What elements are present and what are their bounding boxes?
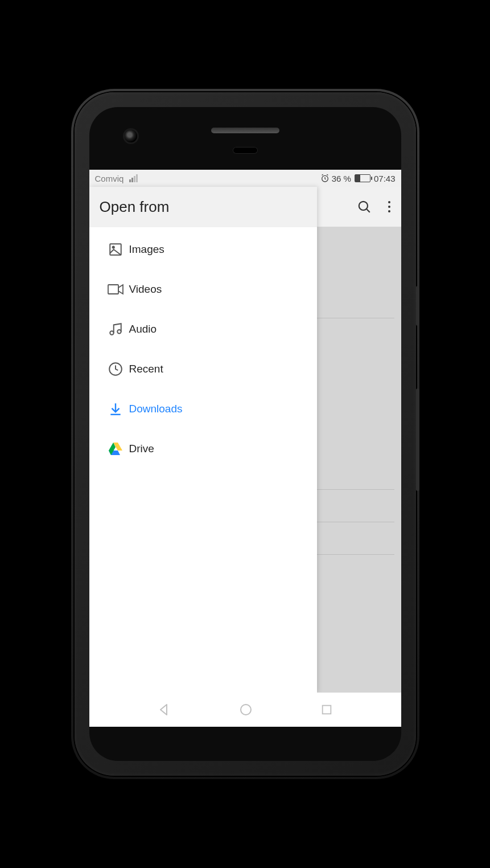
svg-point-11	[241, 705, 251, 715]
svg-rect-7	[108, 285, 118, 294]
drawer-item-label: Drive	[129, 443, 154, 455]
phone-bezel: Comviq 36 % 07:43	[89, 107, 401, 761]
nav-home[interactable]	[239, 703, 253, 716]
svg-point-2	[388, 201, 390, 203]
android-nav-bar	[89, 693, 401, 727]
drawer-item-downloads[interactable]: Downloads	[89, 389, 317, 429]
drawer-header: Open from	[89, 187, 317, 227]
clock-icon	[102, 362, 129, 376]
drawer-item-audio[interactable]: Audio	[89, 309, 317, 349]
proximity-sensor	[233, 147, 258, 154]
screen: Comviq 36 % 07:43	[89, 170, 401, 727]
audio-icon	[102, 322, 129, 337]
nav-back[interactable]	[157, 703, 171, 716]
drawer-item-videos[interactable]: Videos	[89, 269, 317, 309]
svg-point-8	[110, 331, 114, 335]
clock-time: 07:43	[374, 174, 396, 183]
open-from-drawer: Open from Images	[89, 187, 317, 693]
drawer-item-label: Recent	[129, 363, 163, 375]
drawer-item-label: Videos	[129, 283, 162, 296]
video-icon	[102, 283, 129, 296]
front-camera	[125, 130, 137, 142]
carrier-label: Comviq	[95, 174, 124, 183]
phone-frame: Comviq 36 % 07:43	[75, 92, 416, 776]
drawer-item-drive[interactable]: Drive	[89, 429, 317, 469]
drawer-item-label: Downloads	[129, 403, 183, 415]
drive-icon	[102, 443, 129, 455]
drawer-title: Open from	[100, 198, 307, 216]
signal-icon	[129, 174, 138, 182]
drawer-item-recent[interactable]: Recent	[89, 349, 317, 389]
drawer-item-label: Audio	[129, 323, 157, 335]
battery-pct: 36 %	[332, 174, 351, 183]
svg-point-1	[359, 202, 367, 210]
download-icon	[102, 402, 129, 416]
battery-icon	[355, 174, 370, 182]
earpiece	[211, 128, 279, 133]
search-icon[interactable]	[357, 199, 372, 214]
svg-point-9	[117, 330, 121, 334]
svg-point-6	[112, 247, 114, 248]
drawer-item-images[interactable]: Images	[89, 230, 317, 269]
top-bezel	[89, 107, 401, 170]
alarm-icon	[320, 174, 330, 183]
svg-rect-12	[323, 706, 331, 714]
svg-point-3	[388, 206, 390, 208]
drawer-list: Images Videos	[89, 227, 317, 693]
image-icon	[102, 242, 129, 257]
drawer-item-label: Images	[129, 243, 164, 256]
overflow-icon[interactable]	[388, 200, 391, 214]
svg-point-4	[388, 210, 390, 212]
power-button	[416, 286, 419, 326]
bottom-bezel	[89, 727, 401, 761]
status-bar: Comviq 36 % 07:43	[89, 170, 401, 187]
volume-button	[416, 388, 419, 491]
nav-recents[interactable]	[320, 703, 333, 716]
